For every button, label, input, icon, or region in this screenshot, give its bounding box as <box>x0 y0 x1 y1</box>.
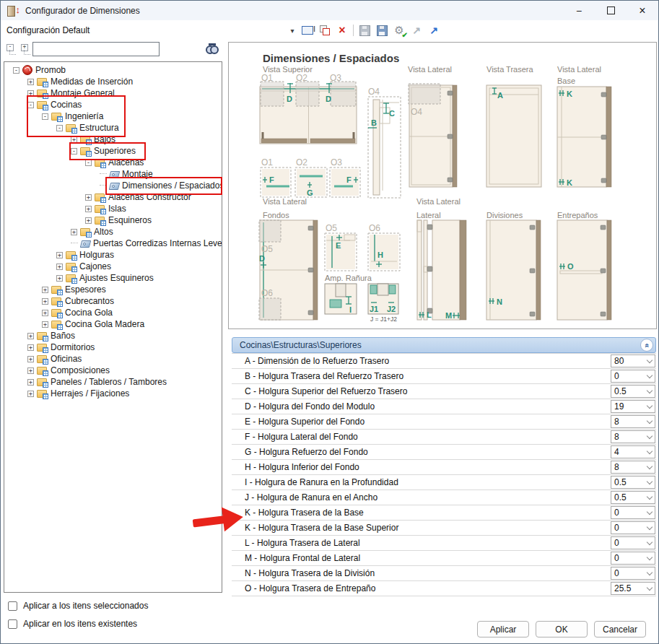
minimize-button[interactable]: − <box>566 1 592 20</box>
search-icon[interactable] <box>206 43 220 54</box>
config-combobox[interactable]: Configuración Default <box>6 25 90 35</box>
expand-icon[interactable]: + <box>27 333 34 339</box>
expand-icon[interactable]: + <box>27 391 34 397</box>
expand-icon[interactable]: + <box>27 379 34 386</box>
tree-item-cocina-gola[interactable]: +Cocina Gola <box>4 307 222 318</box>
tree-item-composiciones[interactable]: +Composiciones <box>4 365 222 376</box>
tree-item-esquineros[interactable]: +Esquineros <box>4 214 222 226</box>
table-row[interactable]: F - Holgura Lateral del Fondo8 <box>232 430 656 445</box>
delete-config-button[interactable]: × <box>336 24 349 37</box>
table-row[interactable]: H - Holgura Inferior del Fondo8 <box>232 460 656 475</box>
apply-selected-checkbox-row[interactable]: Aplicar a los itens seleccionados <box>8 601 148 611</box>
tree-item-banos[interactable]: +Baños <box>4 330 222 341</box>
collapse-icon[interactable]: - <box>71 148 77 155</box>
expand-all-button[interactable]: + <box>21 43 32 55</box>
expand-icon[interactable]: + <box>85 206 92 212</box>
tree-search-input[interactable] <box>32 42 160 56</box>
tree-item-ajustes-esquineros[interactable]: +Ajustes Esquineros <box>4 272 222 284</box>
expand-icon[interactable]: + <box>42 287 48 293</box>
tree-item-promob[interactable]: -Promob <box>4 64 222 76</box>
expand-icon[interactable]: + <box>56 275 63 282</box>
table-row[interactable]: I - Holgura de Ranura en la Profundidad0… <box>232 475 656 490</box>
table-row[interactable]: C - Holgura Superior del Refuerzo Traser… <box>232 384 656 399</box>
collapse-group-button[interactable]: « <box>640 339 653 352</box>
tree-item-ingenieria[interactable]: -Ingeniería <box>4 110 222 122</box>
tree-item-espesores[interactable]: +Espesores <box>4 284 222 295</box>
value-dropdown[interactable]: 25.5 <box>611 582 655 595</box>
tree-item-alacenas-constructor[interactable]: +Alacenas Constructor <box>4 191 222 203</box>
cancel-button[interactable]: Cancelar <box>594 621 646 638</box>
value-dropdown[interactable]: 0 <box>611 552 655 565</box>
tree-item-cocinas[interactable]: -Cocinas <box>4 99 222 110</box>
value-dropdown[interactable]: 8 <box>611 461 655 474</box>
expand-icon[interactable]: + <box>27 79 34 85</box>
tree-item-cocina-gola-madera[interactable]: +Cocina Gola Madera <box>4 318 222 330</box>
value-dropdown[interactable]: 0 <box>611 506 655 519</box>
checkbox[interactable] <box>8 619 17 629</box>
export-button[interactable]: ↗ <box>427 24 440 37</box>
collapse-icon[interactable]: - <box>42 113 48 120</box>
tree-item-estructura[interactable]: -Estructura <box>4 122 222 134</box>
tree-item-montaje[interactable]: Montaje <box>4 168 222 180</box>
value-dropdown[interactable]: 0 <box>611 521 655 534</box>
save-button[interactable] <box>358 24 371 37</box>
table-row[interactable]: G - Holgura Refuerzo del Fondo4 <box>232 445 656 460</box>
expand-icon[interactable]: + <box>71 136 77 143</box>
expand-icon[interactable]: + <box>85 217 92 224</box>
collapse-icon[interactable]: - <box>85 160 92 166</box>
expand-icon[interactable]: + <box>27 90 34 97</box>
collapse-icon[interactable]: - <box>27 102 34 108</box>
table-row[interactable]: M - Holgura Frontal de Lateral0 <box>232 551 656 566</box>
table-row[interactable]: O - Holgura Trasera de Entrepaño25.5 <box>232 581 656 596</box>
maximize-button[interactable] <box>598 1 624 20</box>
table-row[interactable]: K - Holgura Trasera de la Base Superior0 <box>232 521 656 536</box>
tree-item-oficinas[interactable]: +Oficinas <box>4 353 222 365</box>
rename-config-button[interactable] <box>301 24 314 37</box>
value-dropdown[interactable]: 80 <box>611 354 655 367</box>
value-dropdown[interactable]: 4 <box>611 445 655 458</box>
tree-item-montaje-general[interactable]: +Montaje General <box>4 87 222 99</box>
tree-item-alacenas[interactable]: -Alacenas <box>4 157 222 168</box>
tree-item-superiores[interactable]: -Superiores <box>4 145 222 157</box>
table-row[interactable]: N - Holgura Trasera de la División0 <box>232 566 656 581</box>
apply-existing-checkbox-row[interactable]: Aplicar en los itens existentes <box>8 619 137 629</box>
table-row[interactable]: K - Holgura Trasera de la Base0 <box>232 505 656 521</box>
value-dropdown[interactable]: 19 <box>611 400 655 413</box>
tree-item-cajones[interactable]: +Cajones <box>4 261 222 272</box>
tree-item-dormitorios[interactable]: +Dormitorios <box>4 341 222 353</box>
tree-item-paneles-tableros-tambores[interactable]: +Paneles / Tableros / Tambores <box>4 376 222 388</box>
table-row[interactable]: B - Holgura Trasera del Refuerzo Trasero… <box>232 369 656 384</box>
table-row[interactable]: A - Dimensión de lo Refuerzo Trasero80 <box>232 354 656 369</box>
tree-item-bajos[interactable]: +Bajos <box>4 134 222 145</box>
apply-config-button[interactable]: ⚙✔ <box>393 24 406 37</box>
import-button[interactable]: ↗ <box>410 24 423 37</box>
checkbox[interactable] <box>8 601 17 611</box>
collapse-icon[interactable]: - <box>13 67 19 74</box>
expand-icon[interactable]: + <box>71 229 77 235</box>
tree-item-medidas-de-insercion[interactable]: +Medidas de Inserción <box>4 76 222 87</box>
value-dropdown[interactable]: 0 <box>611 536 655 549</box>
value-dropdown[interactable]: 0.5 <box>611 385 655 398</box>
expand-icon[interactable]: + <box>42 298 48 305</box>
tree-item-puertas-corredizas[interactable]: Puertas Corredizas Internas Leves <box>4 238 222 249</box>
collapse-all-button[interactable]: - <box>6 43 18 55</box>
ok-button[interactable]: OK <box>536 621 588 638</box>
value-dropdown[interactable]: 0 <box>611 370 655 383</box>
expand-icon[interactable]: + <box>27 356 34 362</box>
config-dropdown-icon[interactable]: ▾ <box>288 24 297 37</box>
table-row[interactable]: E - Holgura Superior del Fondo8 <box>232 414 656 430</box>
value-dropdown[interactable]: 0 <box>611 567 655 580</box>
tree-item-islas[interactable]: +Islas <box>4 203 222 214</box>
value-dropdown[interactable]: 0.5 <box>611 476 655 489</box>
value-dropdown[interactable]: 0.5 <box>611 491 655 504</box>
tree-item-cubrecantos[interactable]: +Cubrecantos <box>4 295 222 307</box>
save-as-button[interactable] <box>375 24 388 37</box>
value-dropdown[interactable]: 8 <box>611 415 655 428</box>
value-dropdown[interactable]: 8 <box>611 430 655 443</box>
close-button[interactable]: × <box>629 1 655 20</box>
table-row[interactable]: L - Holgura Trasera de Lateral0 <box>232 536 656 551</box>
tree-item-dimensiones-espaciados[interactable]: Dimensiones / Espaciados <box>4 180 222 191</box>
collapse-icon[interactable]: - <box>56 125 63 131</box>
table-row[interactable]: J - Holgura de Ranura en el Ancho0.5 <box>232 490 656 505</box>
expand-icon[interactable]: + <box>85 194 92 201</box>
